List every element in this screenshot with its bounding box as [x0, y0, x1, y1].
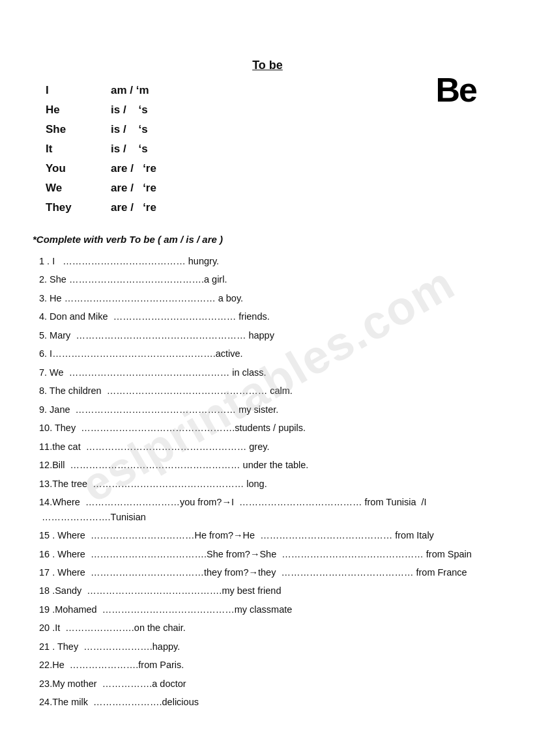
verb-subject: I: [46, 84, 111, 97]
list-item: 13.The tree ………………………………………… long.: [39, 477, 502, 491]
list-item: 23.My mother …………….a doctor: [39, 677, 502, 691]
list-item: 17 . Where ………………………………they from?→they ……: [39, 565, 502, 580]
verb-subject: You: [46, 162, 111, 175]
verb-form: am / ‘m: [111, 84, 254, 97]
verb-form: are / ‘re: [111, 182, 254, 195]
list-item: 4. Don and Mike ………………………………… friends.: [39, 309, 502, 324]
list-item: 22.He ………………….from Paris.: [39, 658, 502, 672]
list-item: 1 . I ………………………………… hungry.: [39, 254, 502, 268]
verb-row: We are / ‘re: [46, 182, 502, 195]
page-content: Be eslprintables.com To be I am / ‘m He …: [33, 59, 502, 710]
list-item: 20 .It ………………….on the chair.: [39, 621, 502, 635]
page-title: To be: [33, 59, 502, 72]
section-header: *Complete with verb To be ( am / is / ar…: [33, 234, 502, 245]
verb-row: It is / ‘s: [46, 143, 502, 156]
list-item: 21 . They ………………….happy.: [39, 639, 502, 654]
verb-row: They are / ‘re: [46, 201, 502, 214]
verb-form: are / ‘re: [111, 201, 254, 214]
list-item: 11.the cat …………………………………………… grey.: [39, 440, 502, 454]
list-item: 19 .Mohamed ……………………………………my classmate: [39, 602, 502, 617]
list-item: 15 . Where ……………………………He from?→He …………………: [39, 528, 502, 542]
verb-table: I am / ‘m He is / ‘s She is / ‘s It is /…: [46, 84, 502, 214]
verb-row: He is / ‘s: [46, 104, 502, 117]
verb-subject: It: [46, 143, 111, 156]
list-item: 7. We …………………………………………… in class.: [39, 365, 502, 380]
list-item: 5. Mary ……………………………………………… happy: [39, 328, 502, 343]
list-item: 12.Bill ……………………………………………… under the tab…: [39, 458, 502, 472]
verb-form: is / ‘s: [111, 104, 254, 117]
verb-subject: They: [46, 201, 111, 214]
verb-subject: He: [46, 104, 111, 117]
exercises-list: 1 . I ………………………………… hungry. 2. She ………………: [39, 254, 502, 710]
verb-row: I am / ‘m: [46, 84, 502, 97]
list-item: 14.Where …………………………you from?→I …………………………: [39, 495, 502, 524]
verb-subject: She: [46, 123, 111, 136]
list-item: 8. The children …………………………………………… calm.: [39, 384, 502, 398]
list-item: 2. She …………………………………….a girl.: [39, 272, 502, 287]
verb-form: are / ‘re: [111, 162, 254, 175]
list-item: 16 . Where ……………………………….She from?→She ………: [39, 547, 502, 561]
list-item: 18 .Sandy …………………………………….my best friend: [39, 583, 502, 598]
list-item: 9. Jane …………………………………………… my sister.: [39, 402, 502, 417]
verb-row: You are / ‘re: [46, 162, 502, 175]
list-item: 3. He ………………………………………… a boy.: [39, 291, 502, 305]
verb-form: is / ‘s: [111, 123, 254, 136]
list-item: 10. They ………………………………………….students / pup…: [39, 421, 502, 435]
list-item: 6. I…………………………………………….active.: [39, 346, 502, 361]
verb-subject: We: [46, 182, 111, 195]
verb-row: She is / ‘s: [46, 123, 502, 136]
brand-logo: Be: [436, 70, 476, 109]
list-item: 24.The milk ………………….delicious: [39, 695, 502, 709]
verb-form: is / ‘s: [111, 143, 254, 156]
